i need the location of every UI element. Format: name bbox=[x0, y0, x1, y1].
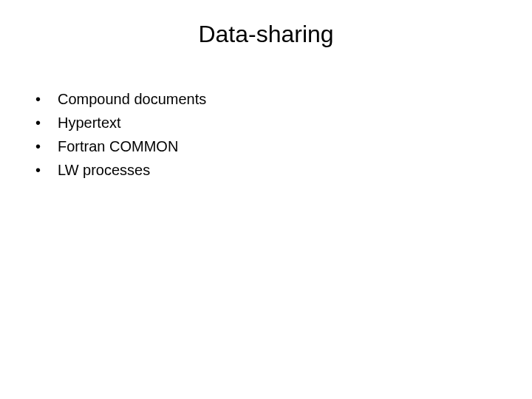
bullet-icon: • bbox=[35, 160, 58, 180]
bullet-text: Hypertext bbox=[58, 112, 206, 133]
bullet-text: LW processes bbox=[58, 160, 206, 180]
bullet-text: Fortran COMMON bbox=[58, 136, 206, 157]
bullet-icon: • bbox=[35, 89, 58, 109]
slide-title: Data-sharing bbox=[0, 21, 532, 48]
list-item: • Compound documents bbox=[35, 89, 206, 109]
bullet-list: • Compound documents • Hypertext • Fortr… bbox=[35, 89, 206, 183]
list-item: • LW processes bbox=[35, 160, 206, 180]
bullet-icon: • bbox=[35, 136, 58, 157]
list-item: • Fortran COMMON bbox=[35, 136, 206, 157]
bullet-text: Compound documents bbox=[58, 89, 206, 109]
list-item: • Hypertext bbox=[35, 112, 206, 133]
bullet-icon: • bbox=[35, 112, 58, 133]
